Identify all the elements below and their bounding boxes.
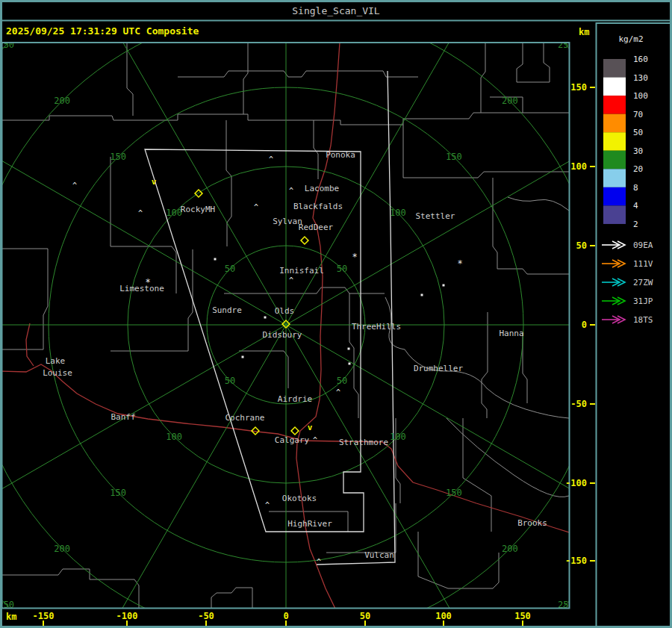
city-label: Innisfail — [279, 266, 324, 276]
y-tick-label: 0 — [582, 320, 587, 330]
colorbar-level-label: 130 — [633, 73, 648, 83]
town-star-marker: * — [145, 277, 150, 287]
city-label: Lacombe — [305, 184, 339, 193]
colorbar-swatch — [603, 78, 626, 96]
town-caret-marker: ^ — [289, 187, 293, 195]
city-label: Vulcan — [364, 550, 394, 560]
town-caret-marker: ^ — [269, 155, 273, 164]
city-label: ThreeHills — [352, 322, 401, 332]
town-caret-marker: ^ — [254, 203, 258, 211]
city-label: Hanna — [499, 329, 523, 338]
colorbar-swatch — [603, 96, 626, 114]
yellow-check-marker: v — [308, 423, 313, 432]
colorbar-swatch — [603, 169, 626, 187]
x-tick-label: -50 — [198, 611, 214, 621]
x-tick-label: 50 — [360, 611, 370, 621]
ring-distance-label: 150 — [446, 488, 462, 498]
radar-site-id: 111V — [633, 259, 653, 269]
town-caret-marker: ^ — [289, 276, 293, 285]
town-dot-marker — [264, 317, 267, 319]
city-label: Strathmore — [339, 438, 388, 447]
yellow-check-marker: v — [152, 177, 157, 187]
colorbar-swatch — [603, 114, 626, 133]
ring-distance-label: 50 — [225, 376, 235, 386]
y-tick-label: -150 — [565, 556, 587, 566]
city-label: Calgary — [275, 435, 310, 445]
town-dot-marker — [348, 348, 350, 350]
colorbar-swatch — [603, 151, 626, 170]
colorbar-level-label: 160 — [633, 55, 648, 64]
city-label: HighRiver — [287, 519, 332, 529]
ring-distance-label: 50 — [337, 376, 347, 386]
town-dot-marker — [443, 285, 445, 287]
city-label: Airdrie — [278, 394, 312, 404]
town-caret-marker: ^ — [317, 558, 321, 566]
ring-distance-label: 200 — [54, 544, 70, 554]
y-tick-label: -100 — [565, 478, 587, 488]
ring-distance-label: 50 — [337, 264, 347, 274]
city-label: Brooks — [517, 518, 547, 528]
vil-radar-display: 5050505010010010010015015015015020020020… — [0, 0, 672, 628]
city-label: Ponoka — [326, 150, 355, 160]
town-star-marker: * — [352, 252, 357, 262]
x-axis-unit: km — [6, 612, 16, 622]
colorbar-swatch — [603, 132, 626, 151]
city-label: RedDeer — [299, 223, 334, 232]
x-tick-label: 100 — [435, 611, 452, 621]
radar-site-id: 09EA — [633, 240, 653, 250]
city-label: Stettler — [416, 211, 455, 221]
colorbar-swatch — [603, 59, 626, 78]
colorbar-level-label: 70 — [633, 110, 643, 119]
colorbar-title: kg/m2 — [618, 34, 643, 44]
town-dot-marker — [349, 363, 351, 365]
town-caret-marker: ^ — [72, 181, 77, 190]
colorbar-level-label: 2 — [633, 220, 638, 229]
colorbar-level-label: 50 — [633, 128, 643, 137]
scan-timestamp: 2025/09/25 17:31:29 UTC Composite — [6, 25, 199, 37]
city-label: Limestone — [119, 284, 164, 293]
x-tick-label: -100 — [116, 611, 138, 621]
town-caret-marker: ^ — [138, 209, 143, 217]
town-caret-marker: ^ — [265, 501, 270, 509]
town-dot-marker — [242, 356, 244, 358]
town-caret-marker: ^ — [336, 388, 340, 397]
ring-distance-label: 200 — [502, 96, 518, 106]
ring-distance-label: 100 — [166, 208, 182, 218]
ring-distance-label: 150 — [110, 488, 126, 498]
ring-distance-label: 100 — [166, 432, 182, 442]
ring-distance-label: 100 — [390, 208, 406, 218]
y-tick-label: 100 — [570, 161, 587, 172]
x-tick-label: 150 — [514, 611, 531, 621]
ring-distance-label: 50 — [225, 264, 235, 274]
ring-distance-label: 150 — [446, 152, 462, 162]
town-caret-marker: ^ — [313, 436, 317, 444]
ring-distance-label: 200 — [54, 96, 70, 106]
city-label: Didsbury — [263, 330, 302, 340]
city-label: Louise — [43, 368, 72, 378]
city-label: Cochrane — [225, 413, 265, 423]
city-label: Drumheller — [414, 364, 464, 373]
ring-distance-label: 100 — [390, 432, 406, 442]
radar-site-id: 18TS — [633, 315, 653, 325]
colorbar-level-label: 30 — [633, 146, 643, 156]
ring-distance-label: 200 — [502, 544, 518, 554]
town-dot-marker — [421, 294, 423, 296]
colorbar-level-label: 100 — [633, 91, 648, 101]
city-label: Sundre — [212, 305, 242, 315]
ring-distance-label: 150 — [110, 152, 126, 162]
y-tick-label: 50 — [576, 240, 587, 251]
colorbar-swatch — [603, 205, 626, 224]
colorbar-level-label: 4 — [633, 201, 638, 211]
city-label: Lake — [46, 356, 66, 366]
x-tick-label: 0 — [283, 611, 288, 621]
colorbar-level-label: 8 — [633, 183, 638, 193]
x-tick-label: -150 — [33, 611, 55, 621]
y-tick-label: -50 — [570, 399, 587, 409]
window-title: Single_Scan_VIL — [292, 5, 380, 16]
city-label: Olds — [275, 306, 295, 316]
colorbar-swatch — [603, 187, 626, 206]
town-star-marker: * — [457, 258, 462, 269]
city-label: Blackfalds — [293, 202, 343, 211]
city-label: Banff — [111, 412, 135, 422]
y-tick-label: 150 — [570, 82, 587, 93]
